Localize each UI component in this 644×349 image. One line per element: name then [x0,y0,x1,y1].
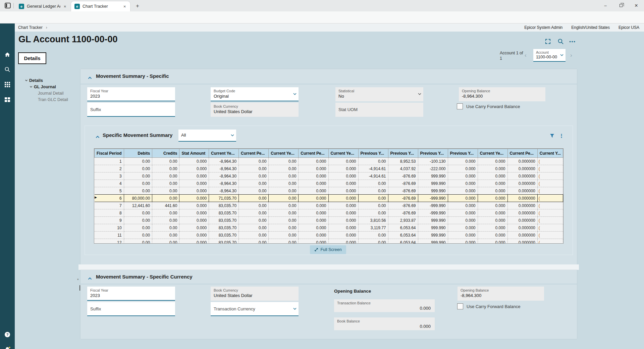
grid-cell[interactable]: 80,000.00 [124,195,152,202]
grid-cell[interactable]: 0.00 [152,158,179,165]
table-row[interactable]: 20.000.000.000-8,964.300.000.000.0000.00… [95,165,563,172]
locale-label[interactable]: English/United States [571,25,610,30]
grid-cell[interactable]: 0.00 [124,172,152,180]
grid-cell[interactable]: 5 [95,187,124,195]
page-overflow-menu-icon[interactable]: ••• [569,38,576,45]
grid-cell[interactable]: 0.00 [239,232,269,239]
account-selector[interactable]: Account 1100-00-00 [533,49,566,62]
column-header[interactable]: Current Pe... [299,149,328,158]
grid-cell[interactable]: 0.000 [478,202,507,209]
grid-cell[interactable]: 0.00 [269,217,299,224]
grid-cell[interactable]: -999.990 [418,195,448,202]
grid-cell[interactable]: 2,933.87 [388,217,418,224]
help-icon[interactable]: ? [4,332,10,338]
grid-cell[interactable]: ( [537,165,563,172]
grid-cell[interactable]: 12 [95,239,124,244]
grid-cell[interactable]: 0.00 [152,172,179,180]
grid-cell[interactable]: 0.000000 [507,239,537,244]
budget-code-field[interactable]: Budget CodeOriginal [211,87,299,101]
transaction-currency-field[interactable]: Transaction Currency [211,302,299,316]
grid-cell[interactable]: 7 [95,202,124,209]
grid-cell[interactable]: 0.000 [478,172,507,180]
grid-cell[interactable]: 6 [95,195,124,202]
grid-cell[interactable]: 0.000 [328,195,358,202]
use-carry-forward-checkbox[interactable] [457,103,463,109]
grid-cell[interactable]: ( [537,202,563,209]
grid-cell[interactable]: 71,035.70 [209,195,239,202]
grid-cell[interactable]: 6,053.64 [388,224,418,232]
company-label[interactable]: Epicor USA [619,25,639,30]
column-header[interactable]: Current Ye... [209,149,239,158]
table-row[interactable]: 712,441.60441.600.00083,035.700.000.000.… [95,202,563,209]
grid-cell[interactable]: 0.000 [448,187,478,195]
grid-cell[interactable]: -8,964.30 [209,180,239,187]
table-row[interactable]: 120.000.000.00083,035.700.000.000.0000.0… [95,239,563,244]
column-header[interactable]: Previous Y... [358,149,388,158]
grid-cell[interactable]: 0.00 [239,187,269,195]
overlay-layout-icon[interactable] [544,38,551,45]
new-tab-button[interactable]: + [133,2,142,10]
grid-cell[interactable]: 0.000 [328,158,358,165]
suffix-field[interactable]: Suffix [87,302,175,316]
grid-cell[interactable]: 0.00 [152,195,179,202]
grid-cell[interactable]: -4,914.61 [358,165,388,172]
grid-cell[interactable]: 0.000 [478,158,507,165]
grid-cell[interactable]: 0.000000 [507,158,537,165]
grid-cell[interactable]: -876.69 [388,180,418,187]
grid-cell[interactable]: 0.000000 [507,172,537,180]
grid-cell[interactable]: 0.00 [239,202,269,209]
notifications-bell-icon[interactable] [4,346,10,349]
breadcrumb[interactable]: Chart Tracker [18,25,43,30]
fiscal-year-field[interactable]: Fiscal Year2023 [87,87,175,101]
grid-cell[interactable]: 12,441.60 [124,202,152,209]
grid-cell[interactable]: 0.00 [358,209,388,217]
grid-cell[interactable]: 0.000000 [507,180,537,187]
column-header[interactable]: Debits [124,149,152,158]
grid-cell[interactable]: 0.00 [269,209,299,217]
grid-cell[interactable]: 0.00 [124,232,152,239]
grid-cell[interactable]: 3 [95,172,124,180]
grid-cell[interactable]: 0.000 [179,158,209,165]
grid-filter-funnel-icon[interactable] [549,132,555,139]
grid-cell[interactable]: 0.000 [299,172,328,180]
grid-cell[interactable]: -222.000 [418,165,448,172]
grid-cell[interactable]: 0.000 [478,165,507,172]
grid-cell[interactable]: 999.990 [418,172,448,180]
grid-cell[interactable]: 0.000 [448,209,478,217]
grid-cell[interactable]: -100.130 [418,158,448,165]
grid-cell[interactable]: 0.000 [448,172,478,180]
column-header[interactable]: Stat Amount [179,149,209,158]
grid-cell[interactable]: 6,053.64 [388,232,418,239]
grid-cell[interactable]: 0.00 [239,239,269,244]
grid-cell[interactable]: 0.000 [299,209,328,217]
browser-tab-general-ledger-account[interactable]: e General Ledger Account ✕ [15,1,70,11]
grid-cell[interactable]: -8,964.30 [209,187,239,195]
grid-cell[interactable]: 0.00 [269,180,299,187]
grid-cell[interactable]: 83,035.70 [209,209,239,217]
grid-cell[interactable]: 0.000 [448,180,478,187]
dashboard-icon[interactable] [4,97,10,103]
grid-cell[interactable]: 0.00 [269,195,299,202]
grid-cell[interactable]: 0.000 [299,195,328,202]
window-minimize-button[interactable]: – [598,0,613,11]
grid-cell[interactable]: 0.00 [269,224,299,232]
full-screen-button[interactable]: Full Screen [310,245,346,254]
grid-cell[interactable]: 0.00 [152,209,179,217]
window-restore-button[interactable] [613,0,629,11]
grid-cell[interactable]: ( [537,187,563,195]
account-prev-icon[interactable]: ‹ [525,52,527,59]
grid-cell[interactable]: 0.00 [239,172,269,180]
grid-cell[interactable]: 0.00 [239,209,269,217]
tab-actions-icon[interactable] [5,3,11,8]
grid-cell[interactable]: -876.69 [388,209,418,217]
grid-cell[interactable]: 0.00 [124,158,152,165]
tree-item-gl-journal[interactable]: GL Journal [19,84,83,90]
grid-cell[interactable]: 0.00 [152,217,179,224]
grid-cell[interactable]: 0.000 [448,195,478,202]
suffix-field[interactable]: Suffix [87,103,175,117]
grid-cell[interactable]: 0.000 [299,180,328,187]
grid-cell[interactable]: 0.00 [152,180,179,187]
grid-overflow-kebab-icon[interactable]: ⋮ [558,132,565,139]
grid-cell[interactable]: -999.990 [418,209,448,217]
grid-cell[interactable]: 83,035.70 [209,224,239,232]
